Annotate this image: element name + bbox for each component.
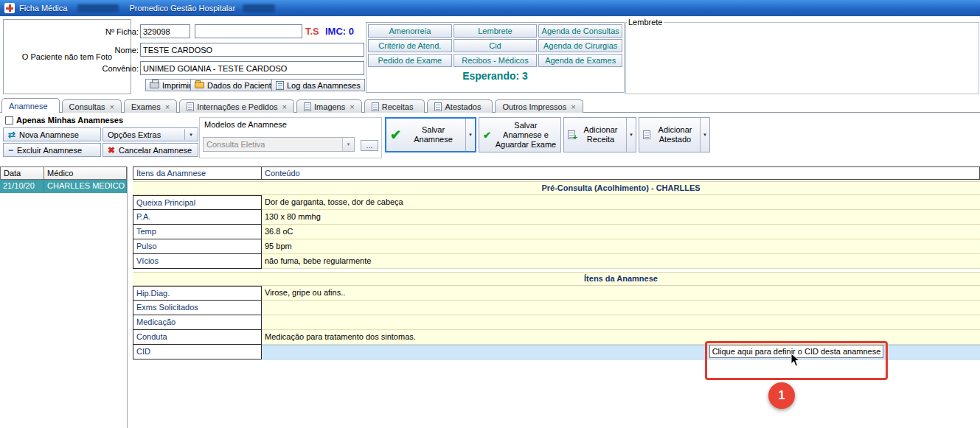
lembrete-button[interactable]: Lembrete bbox=[453, 24, 538, 38]
item-content[interactable]: não fuma, bebe regularmente bbox=[262, 254, 980, 269]
tab-imagens[interactable]: Imagens × bbox=[296, 99, 362, 113]
certificate-icon bbox=[434, 102, 442, 111]
adicionar-atestado-label: Adicionar Atestado bbox=[654, 125, 696, 144]
modelos-label: Modelos de Anamnese bbox=[204, 120, 287, 129]
item-content[interactable] bbox=[262, 315, 980, 330]
item-content[interactable]: Dor de garganta, tosse, dor de cabeça bbox=[262, 195, 980, 210]
waiting-status: Esperando: 3 bbox=[368, 70, 622, 82]
ficha-input[interactable] bbox=[140, 24, 190, 38]
item-content[interactable]: 36.8 oC bbox=[262, 225, 980, 239]
tab-label: Outros Impressos bbox=[502, 102, 566, 111]
imprimir-button[interactable]: Imprimir bbox=[145, 79, 196, 91]
receita-dropdown-arrow[interactable]: ▼ bbox=[626, 118, 636, 152]
cancelar-anamnese-button[interactable]: ✖ Cancelar Anamnese bbox=[102, 143, 198, 157]
item-label: Exms Solicitados bbox=[133, 301, 262, 315]
app-name: Promedico Gestão Hospitalar bbox=[129, 4, 235, 13]
table-row: Queixa Principal Dor de garganta, tosse,… bbox=[133, 195, 980, 210]
item-label: Medicação bbox=[133, 315, 262, 330]
data-column-header[interactable]: Data bbox=[0, 166, 44, 180]
atestado-dropdown-arrow[interactable]: ▼ bbox=[700, 118, 709, 152]
tab-label: Anamnese bbox=[9, 102, 48, 110]
tab-label: Consultas bbox=[69, 102, 105, 111]
ts-label: T.S bbox=[305, 26, 319, 37]
anamnese-grid: Ítens da Anamnese Conteúdo Pré-Consulta … bbox=[133, 166, 980, 359]
ficha-extra-input[interactable] bbox=[195, 24, 302, 38]
pedido-de-exame-button[interactable]: Pedido de Exame bbox=[368, 54, 452, 67]
log-das-anamneses-button[interactable]: Log das Anamneses bbox=[271, 79, 365, 91]
item-content[interactable] bbox=[262, 301, 980, 315]
tab-outros-impressos[interactable]: Outros Impressos × bbox=[495, 99, 583, 113]
combo-arrow-icon: ▼ bbox=[342, 138, 354, 151]
salvar-aguardar-label: Salvar Anamnese e Aguardar Exame bbox=[495, 121, 557, 150]
item-label: Conduta bbox=[133, 330, 262, 345]
redacted-text bbox=[243, 4, 275, 13]
item-label: Hip.Diag. bbox=[133, 286, 262, 301]
document-icon bbox=[187, 102, 194, 111]
salvar-dropdown-arrow[interactable]: ▼ bbox=[465, 119, 475, 151]
cancel-x-icon: ✖ bbox=[108, 146, 115, 155]
opcoes-extras-button[interactable]: Opções Extras ▼ bbox=[102, 127, 198, 141]
salvar-e-aguardar-exame-button[interactable]: ✔ Salvar Anamnese e Aguardar Exame bbox=[479, 117, 561, 152]
add-prescription-icon bbox=[568, 130, 575, 139]
apenas-minhas-label: Apenas Minhas Anamneses bbox=[16, 116, 123, 124]
tab-consultas[interactable]: Consultas × bbox=[62, 99, 122, 113]
apenas-minhas-checkbox[interactable] bbox=[5, 116, 13, 124]
item-content[interactable]: 95 bpm bbox=[262, 239, 980, 254]
check-icon: ✔ bbox=[390, 128, 401, 141]
table-row: Exms Solicitados bbox=[133, 301, 980, 315]
tab-bar: Anamnese Consultas × Exames × Internaçõe… bbox=[1, 98, 585, 113]
folder-icon bbox=[195, 82, 204, 88]
excluir-anamnese-button[interactable]: − Excluir Anamnese bbox=[3, 143, 101, 157]
lembrete-panel bbox=[625, 22, 979, 94]
itens-column-header[interactable]: Ítens da Anamnese bbox=[133, 166, 262, 180]
cid-button[interactable]: Cid bbox=[453, 39, 538, 52]
adicionar-receita-label: Adicionar Receita bbox=[579, 125, 622, 144]
recibos-medicos-button[interactable]: Recibos - Médicos bbox=[453, 54, 538, 67]
app-icon bbox=[4, 3, 15, 13]
agenda-de-consultas-button[interactable]: Agenda de Consultas bbox=[538, 24, 622, 38]
excluir-anamnese-label: Excluir Anamnese bbox=[17, 146, 82, 155]
title-bar: Ficha Médica Promedico Gestão Hospitalar bbox=[0, 0, 980, 16]
item-content[interactable]: Virose, gripe ou afins.. bbox=[262, 286, 980, 301]
modelos-more-button[interactable]: ... bbox=[361, 140, 378, 151]
tab-close-icon[interactable]: × bbox=[571, 102, 575, 111]
criterio-de-atend-button[interactable]: Critério de Atend. bbox=[368, 39, 452, 52]
agenda-de-exames-button[interactable]: Agenda de Exames bbox=[538, 54, 622, 67]
section-header-itens: Ítens da Anamnese bbox=[133, 272, 980, 286]
annotation-step-badge: 1 bbox=[768, 382, 795, 409]
tab-close-icon[interactable]: × bbox=[282, 102, 287, 111]
tab-internacoes-e-pedidos[interactable]: Internações e Pedidos × bbox=[179, 99, 294, 113]
salvar-anamnese-button[interactable]: ✔ Salvar Anamnese ▼ bbox=[385, 117, 476, 152]
nova-anamnese-label: Nova Anamnese bbox=[19, 130, 79, 139]
tab-receitas[interactable]: Receitas bbox=[364, 99, 425, 113]
convenio-input[interactable] bbox=[140, 61, 364, 75]
tab-anamnese[interactable]: Anamnese bbox=[1, 98, 60, 113]
nova-anamnese-button[interactable]: ⇄ Nova Anamnese bbox=[3, 127, 101, 141]
tab-label: Internações e Pedidos bbox=[197, 102, 277, 111]
medico-column-header[interactable]: Médico bbox=[44, 166, 127, 180]
modelos-combobox[interactable]: Consulta Eletiva ▼ bbox=[203, 137, 355, 152]
anamnese-list-row-selected[interactable]: 21/10/20 CHARLLES MEDICO bbox=[0, 180, 127, 193]
dados-do-paciente-button[interactable]: Dados do Paciente bbox=[190, 79, 280, 91]
item-label: Pulso bbox=[133, 239, 262, 254]
tab-close-icon[interactable]: × bbox=[165, 102, 170, 111]
dados-label: Dados do Paciente bbox=[207, 81, 276, 90]
tab-close-icon[interactable]: × bbox=[110, 102, 114, 111]
item-label: CID bbox=[133, 345, 262, 359]
amenorreia-button[interactable]: Amenorreia bbox=[368, 24, 452, 38]
tab-label: Imagens bbox=[314, 102, 345, 111]
opcoes-extras-label: Opções Extras bbox=[108, 130, 161, 139]
nome-input[interactable] bbox=[140, 43, 364, 57]
table-row: P.A. 130 x 80 mmhg bbox=[133, 210, 980, 225]
item-content[interactable]: 130 x 80 mmhg bbox=[262, 210, 980, 225]
tab-exames[interactable]: Exames × bbox=[124, 99, 177, 113]
tab-atestados[interactable]: Atestados bbox=[427, 99, 493, 113]
agenda-de-cirurgias-button[interactable]: Agenda de Cirurgias bbox=[538, 39, 622, 52]
conteudo-column-header[interactable]: Conteúdo bbox=[262, 166, 980, 180]
item-label: Vícios bbox=[133, 254, 262, 269]
adicionar-atestado-button[interactable]: Adicionar Atestado ▼ bbox=[639, 117, 710, 152]
table-row: Medicação bbox=[133, 315, 980, 330]
adicionar-receita-button[interactable]: Adicionar Receita ▼ bbox=[563, 117, 636, 152]
anamnese-list: Data Médico 21/10/20 CHARLLES MEDICO bbox=[0, 166, 128, 428]
tab-close-icon[interactable]: × bbox=[350, 102, 354, 111]
